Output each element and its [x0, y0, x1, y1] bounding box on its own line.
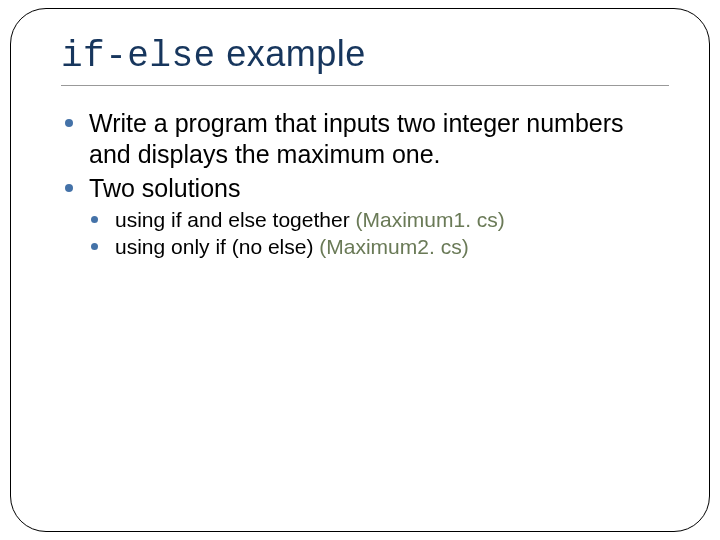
- list-subitem: using if and else together (Maximum1. cs…: [87, 206, 669, 233]
- slide-title: if-else example: [61, 33, 669, 77]
- bullet-text: using only if (no else): [115, 235, 319, 258]
- slide-frame: if-else example Write a program that inp…: [10, 8, 710, 532]
- paren-text: (Maximum2. cs): [319, 235, 468, 258]
- list-subitem: using only if (no else) (Maximum2. cs): [87, 233, 669, 260]
- list-item: Write a program that inputs two integer …: [61, 108, 669, 171]
- list-item: Two solutions: [61, 173, 669, 204]
- paren-text: (Maximum1. cs): [356, 208, 505, 231]
- bullet-text: using if and else together: [115, 208, 356, 231]
- title-code: if-else: [61, 36, 216, 77]
- title-rest: example: [216, 33, 366, 74]
- bullet-text: Write a program that inputs two integer …: [89, 109, 624, 168]
- content-list: Write a program that inputs two integer …: [61, 108, 669, 260]
- bullet-text: Two solutions: [89, 174, 240, 202]
- title-divider: [61, 85, 669, 86]
